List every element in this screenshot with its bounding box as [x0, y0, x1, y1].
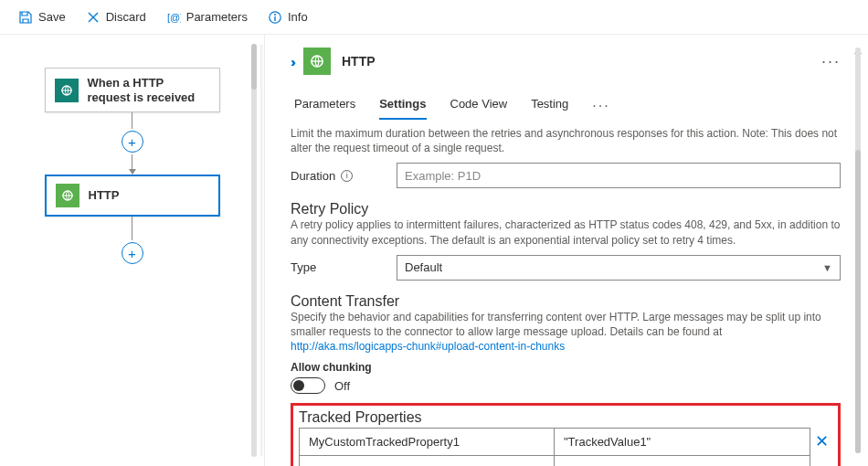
save-icon [18, 10, 33, 25]
tabs-overflow[interactable]: ··· [592, 98, 609, 114]
tracked-properties-grid: MyCustomTrackedProperty1 "TrackedValue1"… [299, 428, 810, 466]
retry-policy-title: Retry Policy [291, 201, 841, 217]
panel-title: HTTP [342, 54, 376, 69]
svg-text:[@]: [@] [167, 12, 181, 23]
svg-point-2 [274, 14, 276, 16]
parameters-label: Parameters [186, 10, 248, 24]
duration-hint: Limit the maximum duration between the r… [291, 126, 841, 155]
workflow-canvas[interactable]: When a HTTP request is received + HTTP + [0, 35, 265, 466]
panel-scroll-thumb[interactable] [855, 150, 861, 453]
allow-chunking-state: Off [334, 379, 350, 393]
tab-code-view[interactable]: Code View [450, 91, 508, 120]
info-label: Info [288, 10, 308, 24]
tracked-properties-title: Tracked Properties [299, 409, 832, 426]
http-header-icon [303, 48, 331, 75]
panel-scrollbar[interactable] [855, 48, 861, 453]
trigger-node-label: When a HTTP request is received [88, 76, 210, 104]
save-label: Save [38, 10, 66, 24]
tab-testing[interactable]: Testing [531, 91, 568, 120]
discard-button[interactable]: Discard [77, 6, 155, 28]
parameters-button[interactable]: [@] Parameters [157, 6, 257, 28]
parameters-icon: [@] [166, 10, 181, 25]
details-panel: ›› HTTP ··· Parameters Settings Code Vie… [265, 35, 868, 466]
panel-more-menu[interactable]: ··· [818, 52, 844, 71]
duration-input[interactable] [397, 163, 841, 188]
discard-label: Discard [106, 10, 146, 24]
retry-type-value: Default [405, 260, 442, 274]
toggle-knob [293, 380, 304, 391]
allow-chunking-toggle[interactable] [291, 377, 325, 394]
top-toolbar: Save Discard [@] Parameters Info [0, 0, 868, 35]
svg-rect-3 [274, 16, 275, 21]
tab-settings[interactable]: Settings [379, 91, 426, 120]
retry-type-select[interactable]: Default ▼ [397, 255, 841, 281]
canvas-scroll-thumb[interactable] [251, 44, 257, 90]
remove-tracked-property-button[interactable]: ✕ [810, 428, 832, 466]
retry-type-label: Type [291, 260, 397, 274]
canvas-scrollbar[interactable] [251, 44, 257, 457]
tracked-value-placeholder[interactable]: Value [555, 456, 810, 466]
http-action-icon [56, 184, 79, 207]
allow-chunking-label: Allow chunking [291, 361, 841, 374]
tab-parameters[interactable]: Parameters [294, 91, 355, 120]
http-action-node[interactable]: HTTP [45, 175, 220, 217]
add-step-button[interactable]: + [122, 131, 143, 153]
request-trigger-icon [55, 79, 79, 102]
tracked-properties-highlight: Tracked Properties MyCustomTrackedProper… [291, 403, 841, 466]
http-action-label: HTTP [89, 188, 120, 203]
info-icon [268, 10, 282, 25]
connector-line [132, 217, 132, 240]
tracked-key-placeholder[interactable]: Key [300, 456, 555, 466]
content-transfer-title: Content Transfer [291, 293, 841, 310]
tracked-key-cell[interactable]: MyCustomTrackedProperty1 [300, 429, 555, 456]
trigger-node[interactable]: When a HTTP request is received [45, 68, 220, 112]
chevron-down-icon: ▼ [822, 262, 832, 273]
info-button[interactable]: Info [259, 6, 317, 28]
settings-tabs: Parameters Settings Code View Testing ··… [291, 91, 841, 121]
content-transfer-desc: Specify the behavior and capabilities fo… [291, 310, 841, 355]
connector-line [132, 112, 132, 129]
content-transfer-link[interactable]: http://aka.ms/logicapps-chunk#upload-con… [291, 340, 565, 353]
save-button[interactable]: Save [9, 6, 75, 28]
add-step-button[interactable]: + [122, 242, 143, 264]
duration-label: Duration i [291, 169, 397, 183]
info-tip-icon[interactable]: i [341, 170, 353, 182]
divider-shadow [260, 44, 264, 457]
retry-policy-desc: A retry policy applies to intermittent f… [291, 217, 841, 247]
discard-icon [86, 10, 101, 25]
tracked-value-cell[interactable]: "TrackedValue1" [555, 429, 810, 456]
collapse-panel-button[interactable]: ›› [291, 54, 292, 69]
